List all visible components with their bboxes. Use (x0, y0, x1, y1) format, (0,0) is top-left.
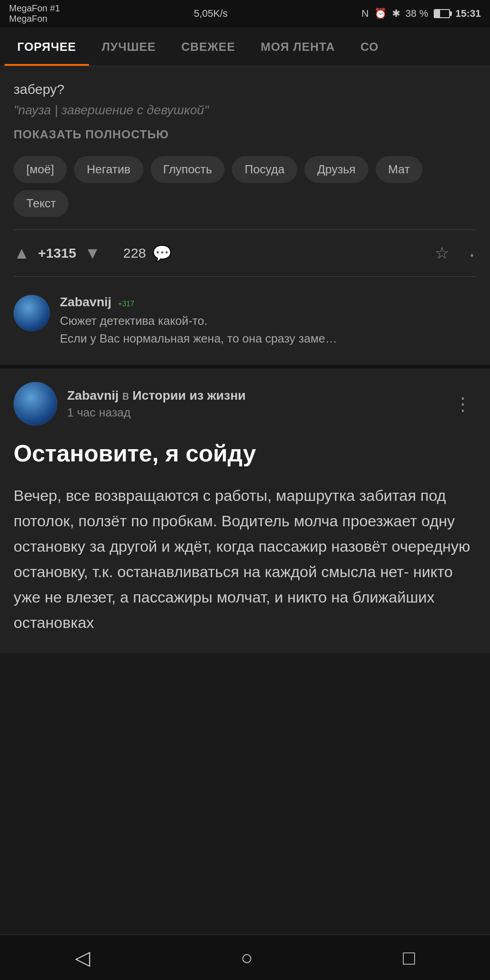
comment-text: Сюжет детектива какой-то. Если у Вас нор… (60, 312, 476, 348)
post-title: Остановите, я сойду (14, 438, 476, 469)
post-avatar-image (14, 382, 57, 426)
vote-count: +1315 (38, 245, 76, 261)
divider-bottom (14, 276, 476, 277)
post-card-1: заберу? "пауза | завершение с девушкой" … (0, 66, 490, 368)
divider-top (14, 230, 476, 230)
status-bar: MegaFon #1 MegaFon 5,05K/s N ⏰ ✱ 38 % 15… (0, 0, 490, 27)
carrier-info: MegaFon #1 MegaFon (9, 3, 60, 24)
nav-tabs: ГОРЯЧЕЕ ЛУЧШЕЕ СВЕЖЕЕ МОЯ ЛЕНТА СО (0, 27, 490, 66)
post-body: Вечер, все возвращаются с работы, маршру… (14, 483, 476, 636)
comment-count: 228 (123, 245, 146, 261)
tags-container: [моё] Негатив Глупость Посуда Друзья Мат… (14, 156, 476, 217)
favorite-button[interactable]: ☆ (435, 244, 449, 263)
action-bar: ▲ +1315 ▼ 228 💬 ☆ ⬪ (14, 239, 476, 267)
avatar-image (14, 295, 50, 331)
post-card-2: Zabavnij в Истории из жизни 1 час назад … (0, 368, 490, 653)
tag-glupost[interactable]: Глупость (151, 156, 225, 183)
tab-feed[interactable]: МОЯ ЛЕНТА (248, 27, 348, 66)
show-more-button[interactable]: ПОКАЗАТЬ ПОЛНОСТЬЮ (14, 127, 476, 142)
comments-button[interactable]: 228 💬 (123, 244, 172, 262)
post-author-line: Zabavnij в Истории из жизни (67, 388, 439, 403)
post-header: Zabavnij в Истории из жизни 1 час назад … (14, 382, 476, 426)
comment-score: +317 (118, 300, 134, 308)
status-icons: N ⏰ ✱ 38 % 15:31 (362, 8, 481, 20)
tab-best[interactable]: ЛУЧШЕЕ (89, 27, 169, 66)
post-community[interactable]: Истории из жизни (132, 388, 245, 402)
comment-avatar[interactable] (14, 295, 50, 331)
tag-posuda[interactable]: Посуда (232, 156, 297, 183)
downvote-button[interactable]: ▼ (84, 244, 101, 263)
tag-druzya[interactable]: Друзья (304, 156, 368, 183)
alarm-icon: ⏰ (374, 8, 387, 20)
tag-text[interactable]: Текст (14, 190, 69, 217)
comment-icon: 💬 (152, 244, 172, 262)
bluetooth-icon: ✱ (392, 8, 400, 20)
post-author[interactable]: Zabavnij (67, 388, 119, 402)
clock: 15:31 (456, 8, 481, 20)
comment-line2: Если у Вас нормальная жена, то она сразу… (60, 332, 337, 345)
tab-fresh[interactable]: СВЕЖЕЕ (168, 27, 248, 66)
network-speed: 5,05K/s (194, 8, 228, 20)
battery-percent: 38 % (406, 8, 428, 20)
post-text-preview: заберу? (14, 79, 476, 99)
post-avatar[interactable] (14, 382, 57, 426)
post-meta: Zabavnij в Истории из жизни 1 час назад (67, 388, 439, 420)
carrier-name: MegaFon #1 (9, 3, 60, 14)
home-button[interactable]: ○ (222, 942, 271, 974)
nfc-icon: N (362, 8, 369, 20)
upvote-button[interactable]: ▲ (14, 244, 30, 263)
comment-line1: Сюжет детектива какой-то. (60, 314, 207, 328)
tag-mat[interactable]: Мат (376, 156, 423, 183)
tag-moe[interactable]: [моё] (14, 156, 67, 183)
vote-section: ▲ +1315 ▼ (14, 244, 101, 263)
post-subtitle: "пауза | завершение с девушкой" (14, 103, 476, 118)
post-options-button[interactable]: ⋮ (449, 389, 476, 419)
back-button[interactable]: ◁ (57, 941, 108, 974)
post-time: 1 час назад (67, 406, 439, 420)
tab-co[interactable]: СО (348, 27, 391, 66)
recent-button[interactable]: □ (385, 942, 433, 974)
comment-username[interactable]: Zabavnij (60, 295, 112, 309)
battery-icon (434, 9, 450, 18)
comment-preview: Zabavnij +317 Сюжет детектива какой-то. … (14, 286, 476, 352)
tag-negativ[interactable]: Негатив (74, 156, 143, 183)
share-button[interactable]: ⬪ (467, 245, 476, 262)
bottom-nav: ◁ ○ □ (0, 935, 490, 980)
comment-body: Zabavnij +317 Сюжет детектива какой-то. … (60, 295, 476, 348)
tab-hot[interactable]: ГОРЯЧЕЕ (5, 27, 89, 66)
carrier-name2: MegaFon (9, 14, 60, 24)
comment-user-line: Zabavnij +317 (60, 295, 476, 309)
